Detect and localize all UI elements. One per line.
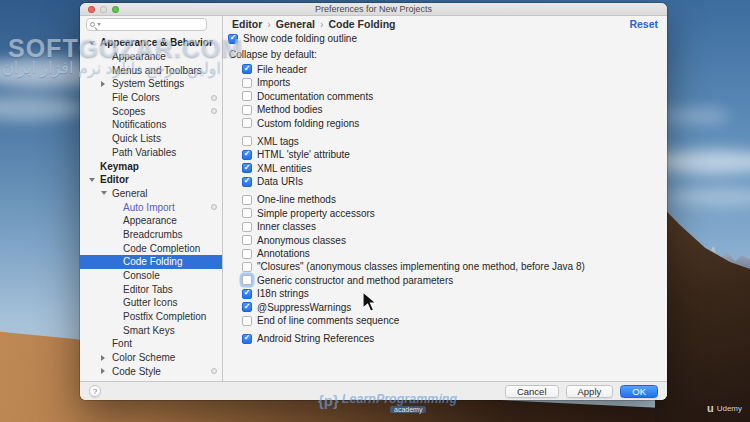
- option-label: Documentation comments: [257, 91, 373, 102]
- option-row-inner-classes: ✓Inner classes: [242, 220, 667, 233]
- sidebar-item-label: Keymap: [100, 161, 139, 172]
- dialog-footer: ? CancelApplyOK: [80, 381, 667, 400]
- sidebar-item-label: Color Scheme: [112, 352, 175, 363]
- option-label: Custom folding regions: [257, 118, 359, 129]
- checkbox-file-header[interactable]: ✓: [242, 64, 252, 74]
- sidebar-item-label: Smart Keys: [123, 325, 175, 336]
- checkbox-one-line-methods[interactable]: ✓: [242, 195, 252, 205]
- sidebar-item-appearance[interactable]: Appearance: [80, 50, 222, 64]
- search-options-chevron-icon[interactable]: [97, 23, 101, 26]
- sidebar-item-code-style[interactable]: Code Style: [80, 365, 222, 379]
- checkbox-annotations[interactable]: ✓: [242, 249, 252, 259]
- sidebar-item-smart-keys[interactable]: Smart Keys: [80, 323, 222, 337]
- minimize-window-icon[interactable]: [100, 6, 107, 13]
- checkbox-end-of-line-comments-sequence[interactable]: ✓: [242, 316, 252, 326]
- sidebar-item-label: Menus and Toolbars: [112, 65, 202, 76]
- sidebar-item-file-colors[interactable]: File Colors: [80, 91, 222, 105]
- cancel-button[interactable]: Cancel: [505, 385, 559, 398]
- checkbox-xml-tags[interactable]: ✓: [242, 136, 252, 146]
- sidebar-item-editor[interactable]: Editor: [80, 173, 222, 187]
- chevron-down-icon[interactable]: [89, 41, 95, 45]
- checkbox-show-code-folding-outline[interactable]: ✓: [228, 34, 238, 44]
- ok-button[interactable]: OK: [620, 385, 658, 398]
- apply-button[interactable]: Apply: [566, 385, 614, 398]
- help-button[interactable]: ?: [89, 385, 101, 397]
- sidebar-item-console[interactable]: Console: [80, 269, 222, 283]
- collapse-by-default-heading: Collapse by default:: [228, 47, 667, 60]
- search-icon: [90, 22, 95, 27]
- checkbox-documentation-comments[interactable]: ✓: [242, 91, 252, 101]
- chevron-down-icon[interactable]: [89, 178, 95, 182]
- checkbox-method-bodies[interactable]: ✓: [242, 105, 252, 115]
- option-label: XML entities: [257, 163, 312, 174]
- checkbox-custom-folding-regions[interactable]: ✓: [242, 118, 252, 128]
- checkbox-generic-constructor-and-method-parameters[interactable]: ✓: [242, 275, 252, 285]
- option-label: Simple property accessors: [257, 208, 375, 219]
- checkbox-html-style-attribute[interactable]: ✓: [242, 150, 252, 160]
- window-body: Appearance & BehaviorAppearanceMenus and…: [80, 16, 667, 381]
- option-label: Imports: [257, 77, 290, 88]
- sidebar-item-code-completion[interactable]: Code Completion: [80, 241, 222, 255]
- option-label: "Closures" (anonymous classes implementi…: [257, 261, 585, 272]
- chevron-right-icon[interactable]: [101, 81, 105, 87]
- option-row-xml-tags: ✓XML tags: [242, 135, 667, 148]
- sidebar-item-editor-tabs[interactable]: Editor Tabs: [80, 282, 222, 296]
- sidebar-item-scopes[interactable]: Scopes: [80, 104, 222, 118]
- chevron-right-icon[interactable]: [101, 368, 105, 374]
- sidebar-item-code-folding[interactable]: Code Folding: [80, 255, 222, 269]
- breadcrumb-separator: ›: [267, 18, 271, 30]
- row-badge-icon: [211, 368, 217, 374]
- checkbox-android-string-references[interactable]: ✓: [242, 334, 252, 344]
- footer-buttons: CancelApplyOK: [505, 385, 658, 398]
- sidebar-item-label: Code Folding: [123, 256, 182, 267]
- sidebar-item-label: Font: [112, 338, 132, 349]
- close-window-icon[interactable]: [88, 6, 95, 13]
- search-input[interactable]: [86, 18, 207, 31]
- sidebar-item-label: Auto Import: [123, 202, 175, 213]
- sidebar-item-keymap[interactable]: Keymap: [80, 159, 222, 173]
- option-row-android-string-references: ✓Android String References: [242, 332, 667, 345]
- option-group: ✓Android String References: [228, 332, 667, 345]
- checkbox-closures-anonymous-classes-implementing-one-method-before-java-8[interactable]: ✓: [242, 262, 252, 272]
- zoom-window-icon[interactable]: [112, 6, 119, 13]
- option-row-show-code-folding-outline: ✓Show code folding outline: [228, 32, 667, 45]
- option-row-generic-constructor-and-method-parameters: ✓Generic constructor and method paramete…: [242, 274, 667, 287]
- sidebar-item-notifications[interactable]: Notifications: [80, 118, 222, 132]
- sidebar-item-gutter-icons[interactable]: Gutter Icons: [80, 296, 222, 310]
- chevron-right-icon[interactable]: [101, 355, 105, 361]
- sidebar-item-menus-and-toolbars[interactable]: Menus and Toolbars: [80, 63, 222, 77]
- sidebar-item-path-variables[interactable]: Path Variables: [80, 146, 222, 160]
- breadcrumb-segment-editor[interactable]: Editor: [232, 18, 262, 30]
- sidebar-item-label: Postfix Completion: [123, 311, 206, 322]
- sidebar-item-quick-lists[interactable]: Quick Lists: [80, 132, 222, 146]
- breadcrumb-segment-code-folding[interactable]: Code Folding: [328, 18, 395, 30]
- sidebar-item-system-settings[interactable]: System Settings: [80, 77, 222, 91]
- option-row-suppresswarnings: ✓@SuppressWarnings: [242, 300, 667, 313]
- sidebar-item-general[interactable]: General: [80, 187, 222, 201]
- reset-link[interactable]: Reset: [629, 18, 658, 30]
- window-titlebar[interactable]: Preferences for New Projects: [80, 3, 667, 16]
- checkbox-imports[interactable]: ✓: [242, 78, 252, 88]
- checkbox-simple-property-accessors[interactable]: ✓: [242, 208, 252, 218]
- option-label: Data URIs: [257, 176, 303, 187]
- checkbox-suppresswarnings[interactable]: ✓: [242, 302, 252, 312]
- sidebar-item-appearance[interactable]: Appearance: [80, 214, 222, 228]
- checkbox-i18n-strings[interactable]: ✓: [242, 289, 252, 299]
- sidebar-item-appearance-behavior[interactable]: Appearance & Behavior: [80, 36, 222, 50]
- option-row-custom-folding-regions: ✓Custom folding regions: [242, 116, 667, 129]
- sidebar-item-breadcrumbs[interactable]: Breadcrumbs: [80, 228, 222, 242]
- cloud: [660, 108, 730, 124]
- checkbox-xml-entities[interactable]: ✓: [242, 163, 252, 173]
- option-label: End of line comments sequence: [257, 315, 399, 326]
- checkbox-data-uris[interactable]: ✓: [242, 177, 252, 187]
- sidebar-item-font[interactable]: Font: [80, 337, 222, 351]
- sidebar-item-postfix-completion[interactable]: Postfix Completion: [80, 310, 222, 324]
- sidebar-item-color-scheme[interactable]: Color Scheme: [80, 351, 222, 365]
- checkbox-anonymous-classes[interactable]: ✓: [242, 235, 252, 245]
- chevron-down-icon[interactable]: [101, 191, 107, 195]
- option-group: ✓One-line methods✓Simple property access…: [228, 193, 667, 327]
- sidebar-item-auto-import[interactable]: Auto Import: [80, 200, 222, 214]
- breadcrumb-segment-general[interactable]: General: [276, 18, 315, 30]
- breadcrumb-separator: ›: [320, 18, 324, 30]
- checkbox-inner-classes[interactable]: ✓: [242, 222, 252, 232]
